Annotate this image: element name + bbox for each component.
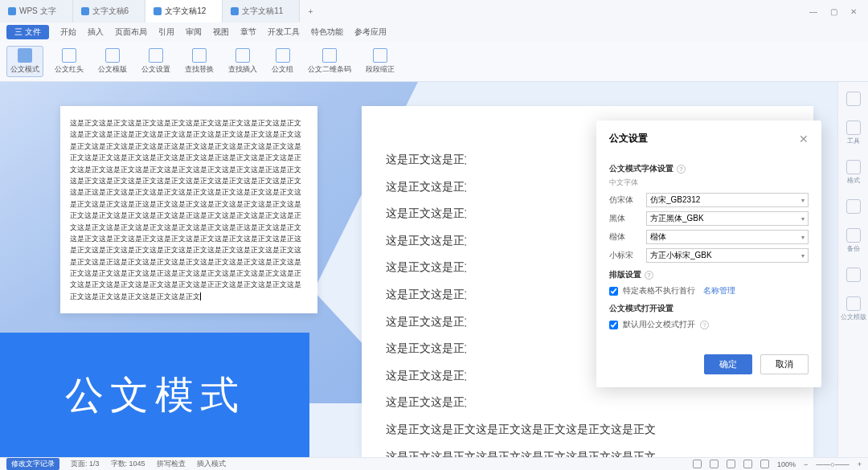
menu-start[interactable]: 开始 — [60, 27, 76, 38]
view-icon[interactable] — [760, 460, 769, 468]
rail-item[interactable]: 格式 — [846, 160, 861, 185]
body-line: 这是正文这是正文这是正文这是正文这是正文这是正文 — [386, 174, 466, 201]
menu-view[interactable]: 视图 — [213, 27, 229, 38]
settings-dialog: 公文设置 ✕ 公文模式字体设置? 中文字体 仿宋体仿宋_GB2312▾黑体方正黑… — [596, 121, 821, 387]
tab-doc12[interactable]: 文字文稿12 — [145, 0, 223, 22]
status-insert[interactable]: 插入模式 — [197, 459, 226, 469]
dialog-close-icon[interactable]: ✕ — [799, 133, 809, 145]
menu-layout[interactable]: 页面布局 — [115, 27, 147, 38]
check-table-indent[interactable]: 特定表格不执行首行名称管理 — [609, 285, 809, 296]
tab-label: 文字文稿6 — [92, 6, 129, 17]
menu-feature[interactable]: 特色功能 — [311, 27, 343, 38]
status-page: 页面: 1/3 — [71, 459, 100, 469]
view-icon[interactable] — [710, 460, 719, 468]
menu-dev[interactable]: 开发工具 — [268, 27, 300, 38]
toolbar: 公文模式 公文红头 公文模版 公文设置 查找替换 查找插入 公文组 公文二维条码… — [0, 42, 868, 82]
rail-item[interactable]: 公文模版 — [841, 296, 866, 321]
view-icon[interactable] — [743, 460, 752, 468]
menu-review[interactable]: 审阅 — [186, 27, 202, 38]
rail-item[interactable]: 备份 — [846, 228, 861, 253]
chevron-down-icon: ▾ — [801, 215, 805, 223]
tb-label: 查找插入 — [228, 64, 257, 75]
tb-indent[interactable]: 段段缩正 — [362, 47, 398, 76]
tb-gongwen-mode[interactable]: 公文模式 — [6, 46, 43, 77]
zoom-in[interactable]: + — [858, 460, 862, 468]
tb-find[interactable]: 查找替换 — [182, 47, 217, 76]
header-icon — [62, 48, 76, 63]
menu-apps[interactable]: 参考应用 — [354, 27, 387, 38]
minimize-icon[interactable]: — — [809, 7, 817, 16]
tb-qr[interactable]: 公文二维条码 — [305, 47, 354, 76]
body-line: 这是正文这是正文这是正文这是正文这是正文这是正文 — [386, 443, 789, 457]
help-icon[interactable]: ? — [645, 271, 653, 280]
tb-template[interactable]: 公文模版 — [95, 47, 130, 76]
tb-red-header[interactable]: 公文红头 — [51, 47, 87, 76]
menu-insert[interactable]: 插入 — [88, 27, 104, 38]
help-icon[interactable]: ? — [677, 165, 686, 174]
window-controls: — ▢ ✕ — [809, 7, 868, 16]
help-icon[interactable]: ? — [700, 321, 709, 329]
status-right: 100% − ——○—— + — [693, 460, 862, 468]
tb-label: 查找替换 — [185, 64, 214, 75]
status-tag[interactable]: 修改文字记录 — [6, 458, 59, 470]
tb-settings[interactable]: 公文设置 — [138, 47, 174, 76]
body-line: 这是正文这是正文这是正文这是正文这是正文这是正文 — [386, 335, 466, 362]
tab-add[interactable]: + — [300, 4, 321, 19]
checkbox[interactable] — [609, 287, 618, 296]
body-text: 这是正文这是正文这是正文这是正文这是正文这是正文这是正文这是正文这是正文这是正这… — [70, 117, 308, 302]
chevron-down-icon: ▾ — [801, 252, 805, 260]
feature-banner: 公文模式 — [0, 333, 309, 457]
font-select[interactable]: 楷体▾ — [646, 230, 809, 244]
status-spell[interactable]: 拼写检查 — [157, 459, 186, 469]
body-line: 这是正文这是正文这是正文这是正文这是正文这是正文 — [386, 281, 466, 309]
mode-icon — [18, 48, 32, 63]
zoom-slider[interactable]: ——○—— — [816, 460, 849, 468]
body-line: 这是正文这是正文这是正文这是正文这是正文这是正文 — [386, 362, 466, 390]
menu-ref[interactable]: 引用 — [158, 27, 174, 38]
tb-insert[interactable]: 查找插入 — [225, 47, 260, 76]
zoom-value[interactable]: 100% — [777, 460, 796, 468]
tb-group[interactable]: 公文组 — [268, 47, 297, 76]
banner-title: 公文模式 — [65, 370, 245, 421]
cancel-button[interactable]: 取消 — [760, 354, 809, 374]
link-name-manage[interactable]: 名称管理 — [703, 285, 735, 296]
dialog-title: 公文设置 — [609, 132, 648, 145]
font-select[interactable]: 方正黑体_GBK▾ — [646, 211, 809, 226]
format-icon — [846, 160, 861, 174]
template-icon — [105, 48, 120, 63]
backup-icon — [846, 228, 861, 243]
body-line: 这是正文这是正文这是正文这是正文这是正文这是正文 — [386, 309, 466, 336]
check-default-open[interactable]: 默认用公文模式打开? — [609, 319, 809, 330]
body-line: 这是正文这是正文这是正文这是正文这是正文这是正文 — [386, 389, 466, 416]
insert-icon — [235, 48, 250, 63]
font-select[interactable]: 仿宋_GB2312▾ — [646, 193, 809, 207]
sub-font: 中文字体 — [609, 178, 809, 188]
section-open: 公文模式打开设置 — [609, 303, 809, 314]
menu-file[interactable]: 三 文件 — [6, 25, 49, 39]
rail-icon[interactable] — [846, 92, 861, 106]
doc-icon — [231, 7, 239, 15]
font-label: 黑体 — [609, 213, 638, 224]
font-select[interactable]: 方正小标宋_GBK▾ — [646, 248, 809, 263]
checkbox[interactable] — [609, 321, 618, 329]
font-row: 仿宋体仿宋_GB2312▾ — [609, 193, 809, 207]
doc-icon — [154, 7, 162, 15]
side-rail: 工具 格式 备份 公文模版 — [837, 82, 868, 457]
close-icon[interactable]: ✕ — [850, 7, 857, 16]
view-icon[interactable] — [727, 460, 735, 468]
body-line: 这是正文这是正文这是正文这是正文这是正文这是正文 — [386, 416, 789, 443]
tab-doc11[interactable]: 文字文稿11 — [223, 0, 300, 22]
zoom-out[interactable]: − — [804, 460, 808, 468]
ok-button[interactable]: 确定 — [704, 354, 752, 374]
tab-doc6[interactable]: 文字文稿6 — [73, 0, 146, 22]
view-icon[interactable] — [693, 460, 702, 468]
document-page-left[interactable]: 这是正文这是正文这是正文这是正文这是正文这是正文这是正文这是正文这是正文这是正这… — [60, 106, 317, 313]
settings-icon — [149, 48, 163, 63]
rail-icon[interactable] — [846, 199, 861, 214]
menu-chapter[interactable]: 章节 — [240, 27, 256, 38]
tab-wps[interactable]: WPS 文字 — [0, 0, 73, 22]
rail-item[interactable]: 工具 — [846, 121, 861, 145]
rail-icon[interactable] — [846, 268, 861, 282]
dialog-body: 公文模式字体设置? 中文字体 仿宋体仿宋_GB2312▾黑体方正黑体_GBK▾楷… — [596, 153, 821, 346]
maximize-icon[interactable]: ▢ — [830, 7, 837, 16]
